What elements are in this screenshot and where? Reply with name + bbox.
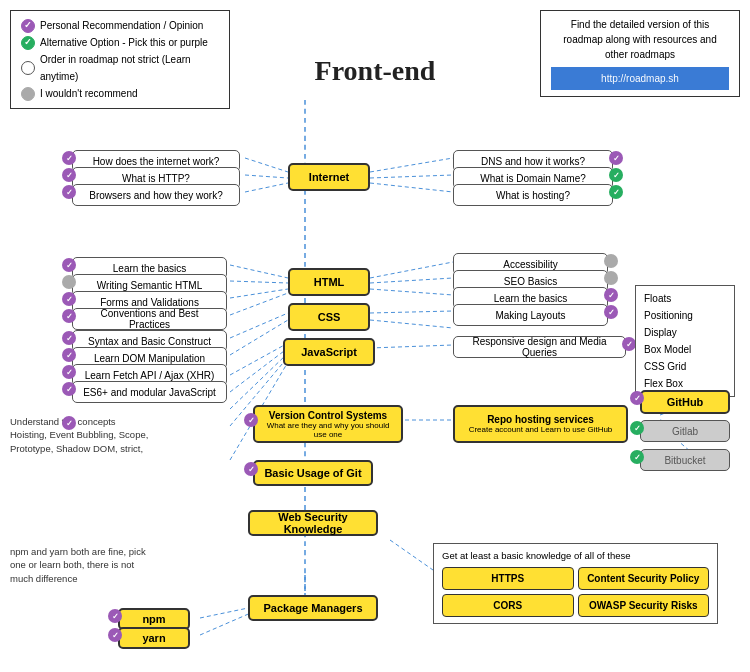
learn-basics-html-dot: ✓ — [62, 258, 76, 272]
css-extras-floats: Floats — [644, 290, 726, 307]
conventions-node: Conventions and Best Practices — [72, 308, 227, 330]
legend-item-purple: ✓ Personal Recommendation / Opinion — [21, 17, 219, 34]
making-layouts-node: Making Layouts — [453, 304, 608, 326]
legend-text-purple: Personal Recommendation / Opinion — [40, 17, 203, 34]
seo-basics-dot — [604, 271, 618, 285]
basic-git-dot: ✓ — [244, 462, 258, 476]
conventions-dot: ✓ — [62, 309, 76, 323]
es6-node: ES6+ and modular JavaScript — [72, 381, 227, 403]
svg-line-6 — [230, 265, 288, 278]
svg-line-32 — [200, 612, 253, 635]
legend-text-outline: Order in roadmap not strict (Learn anyti… — [40, 51, 219, 85]
kb-item-https: HTTPS — [442, 567, 574, 590]
svg-line-10 — [230, 313, 288, 338]
learn-dom-dot: ✓ — [62, 348, 76, 362]
svg-line-21 — [370, 345, 453, 348]
dns-dot: ✓ — [609, 151, 623, 165]
svg-line-11 — [230, 320, 288, 355]
svg-line-9 — [230, 293, 288, 315]
package-managers-node: Package Managers — [248, 595, 378, 621]
es6-dot: ✓ — [62, 382, 76, 396]
javascript-node: JavaScript — [283, 338, 375, 366]
html-node: HTML — [288, 268, 370, 296]
css-extras-box-model: Box Model — [644, 341, 726, 358]
svg-line-16 — [370, 262, 453, 278]
css-extras-box: Floats Positioning Display Box Model CSS… — [635, 285, 735, 397]
forms-validations-dot: ✓ — [62, 292, 76, 306]
legend-box: ✓ Personal Recommendation / Opinion ✓ Al… — [10, 10, 230, 109]
yarn-dot: ✓ — [108, 628, 122, 642]
svg-line-19 — [370, 311, 453, 313]
svg-line-31 — [200, 607, 253, 618]
css-extras-css-grid: CSS Grid — [644, 358, 726, 375]
svg-line-3 — [370, 158, 453, 172]
legend-item-outline: Order in roadmap not strict (Learn anyti… — [21, 51, 219, 85]
hosting-dot: ✓ — [609, 185, 623, 199]
learn-basics-css-dot: ✓ — [604, 288, 618, 302]
bitbucket-node: Bitbucket — [640, 449, 730, 471]
syntax-basic-dot: ✓ — [62, 331, 76, 345]
info-box-link[interactable]: http://roadmap.sh — [551, 67, 729, 90]
kb-item-csp: Content Security Policy — [578, 567, 710, 590]
svg-line-12 — [230, 343, 288, 375]
npm-note: npm and yarn both are fine, pick one or … — [10, 545, 210, 585]
gitlab-dot: ✓ — [630, 421, 644, 435]
vcs-dot: ✓ — [244, 413, 258, 427]
svg-line-14 — [230, 353, 288, 409]
web-security-node: Web Security Knowledge — [248, 510, 378, 536]
internet-node: Internet — [288, 163, 370, 191]
legend-text-gray: I wouldn't recommend — [40, 85, 138, 102]
legend-outline-icon — [21, 61, 35, 75]
knowledge-box-grid: HTTPS Content Security Policy CORS OWASP… — [442, 567, 709, 617]
svg-line-7 — [230, 281, 288, 283]
github-node: GitHub — [640, 390, 730, 414]
svg-line-8 — [230, 289, 288, 298]
legend-purple-icon: ✓ — [21, 19, 35, 33]
css-extras-display: Display — [644, 324, 726, 341]
knowledge-box: Get at least a basic knowledge of all of… — [433, 543, 718, 624]
info-box: Find the detailed version of this roadma… — [540, 10, 740, 97]
accessibility-dot — [604, 254, 618, 268]
page-title: Front-end — [315, 55, 436, 87]
kb-item-cors: CORS — [442, 594, 574, 617]
css-extras-positioning: Positioning — [644, 307, 726, 324]
semantic-html-dot — [62, 275, 76, 289]
what-http-dot: ✓ — [62, 168, 76, 182]
svg-line-20 — [370, 320, 453, 328]
svg-line-4 — [370, 175, 453, 178]
svg-line-18 — [370, 289, 453, 295]
kb-item-owasp: OWASP Security Risks — [578, 594, 710, 617]
npm-dot: ✓ — [108, 609, 122, 623]
legend-item-green: ✓ Alternative Option - Pick this or purp… — [21, 34, 219, 51]
svg-line-13 — [230, 348, 288, 392]
svg-line-0 — [245, 158, 288, 172]
svg-line-5 — [370, 183, 453, 192]
hosting-node: What is hosting? — [453, 184, 613, 206]
svg-line-2 — [245, 183, 288, 192]
responsive-dot: ✓ — [622, 337, 636, 351]
knowledge-box-title: Get at least a basic knowledge of all of… — [442, 550, 709, 561]
making-layouts-dot: ✓ — [604, 305, 618, 319]
bitbucket-dot: ✓ — [630, 450, 644, 464]
legend-text-green: Alternative Option - Pick this or purple — [40, 34, 208, 51]
repo-hosting-node: Repo hosting services Create account and… — [453, 405, 628, 443]
legend-green-icon: ✓ — [21, 36, 35, 50]
yarn-node: yarn — [118, 627, 190, 649]
gitlab-node: Gitlab — [640, 420, 730, 442]
how-internet-dot: ✓ — [62, 151, 76, 165]
learn-fetch-dot: ✓ — [62, 365, 76, 379]
css-node: CSS — [288, 303, 370, 331]
basic-git-node: Basic Usage of Git — [253, 460, 373, 486]
vcs-node: Version Control Systems What are they an… — [253, 405, 403, 443]
svg-line-33 — [390, 540, 433, 570]
svg-line-1 — [245, 175, 288, 178]
legend-gray-icon — [21, 87, 35, 101]
domain-name-dot: ✓ — [609, 168, 623, 182]
responsive-node: Responsive design and Media Queries — [453, 336, 626, 358]
legend-item-gray: I wouldn't recommend — [21, 85, 219, 102]
understand-concepts-note: Understand the concepts Hoisting, Event … — [10, 415, 215, 455]
github-dot: ✓ — [630, 391, 644, 405]
browsers-node: Browsers and how they work? — [72, 184, 240, 206]
understand-concepts-dot: ✓ — [62, 416, 76, 430]
info-box-text: Find the detailed version of this roadma… — [563, 19, 716, 60]
